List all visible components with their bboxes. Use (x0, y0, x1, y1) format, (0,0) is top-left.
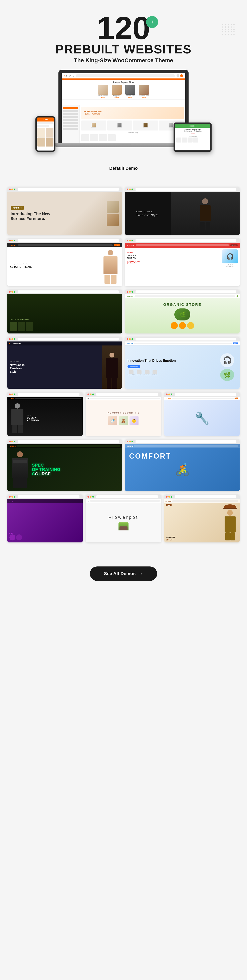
screen-training: XSTORE (7, 444, 122, 491)
screen-organic: ORGANIC 🌿 ORGANIC STORE 🌿 (125, 294, 240, 334)
furniture-tag: furniture (11, 206, 24, 210)
hero-device-mockup: XSTORE Today's Popular Picks (33, 70, 214, 160)
screen-main-content: Introducing The NewSurface Furniture. (80, 105, 185, 143)
demo-grid-row1: furniture Introducing The NewSurface Fur… (3, 187, 244, 235)
decorative-dots (222, 24, 235, 35)
innovation-title: Innovation That Drives Emotion (127, 359, 215, 363)
browser-chrome-newborn (86, 392, 161, 397)
screen-newborn: Lab Newborn Essentials 🍼 🧸 👶 (86, 397, 161, 436)
screen-cbd: CBD OIL & CBD Cosmetics (7, 294, 122, 334)
demo-grid-row2: CBD OIL & CBD Cosmetics ORGANIC (3, 290, 244, 334)
screen-innovation: XSTORE Shop Innovation That Drives Emoti… (125, 342, 240, 389)
browser-chrome-xstore-elec (125, 238, 240, 243)
screen-comfort: XSTORE 🚴 COMFORT (125, 444, 240, 491)
demo-card-xstore-theme[interactable]: XSTORE BEST — a sophisticated recipe sho… (7, 238, 122, 286)
demo-card-academy[interactable]: XSTORE (7, 392, 83, 436)
demo-row-marseille: MARSEILLE FASHION New Looks,TimelessStyl… (3, 334, 244, 389)
demo-card-cbd[interactable]: CBD OIL & CBD Cosmetics (7, 290, 122, 334)
browser-chrome-training (7, 439, 122, 444)
furniture-title: Introducing The NewSurface Furniture. (11, 212, 50, 221)
screen-marseille-dark: MARSEILLE FASHION New Looks,TimelessStyl… (7, 342, 122, 389)
see-all-demos-button[interactable]: See All Demos → (90, 566, 157, 581)
demo-row-training: XSTORE (3, 436, 244, 491)
browser-chrome-tools (164, 392, 240, 397)
cta-section: See All Demos → (0, 554, 247, 597)
browser-chrome-academy (7, 392, 83, 397)
demo-card-comfort[interactable]: XSTORE 🚴 COMFORT (125, 439, 240, 491)
browser-chrome-innovation (125, 337, 240, 342)
browser-chrome-flowerpot (86, 495, 161, 499)
screen-sidebar (62, 105, 80, 143)
comfort-title: COMFORT (129, 452, 171, 460)
tablet-mockup: LEDEMO Customize Hanging LightContempora… (174, 123, 212, 152)
screen-academy: XSTORE (7, 397, 83, 436)
browser-chrome-organic (125, 290, 240, 294)
demo-card-woman[interactable]: XSTORE (164, 495, 240, 542)
screen-xstore-logo: XSTORE (64, 75, 74, 77)
demo-card-innovation[interactable]: XSTORE Shop Innovation That Drives Emoti… (125, 337, 240, 389)
demo-card-fashion[interactable]: New Looks,Timeless Style. (125, 187, 240, 235)
browser-chrome-sport (7, 495, 83, 499)
screen-xstore-main: XSTORE BEST — a sophisticated recipe sho… (7, 243, 122, 286)
phone-mockup: XSTORE (35, 116, 56, 152)
demo-card-tools[interactable]: XSTORE 🛒 🔧 (164, 392, 240, 436)
cta-arrow-icon: → (138, 571, 143, 576)
woman-discount-label: 25+ OFF (166, 539, 175, 541)
browser-chrome-cbd (7, 290, 122, 294)
browser-chrome-fashion (125, 187, 240, 192)
screen-xstore-electronics: XSTORE 🛒 Cart EXCITING DEALS &FLURBS $ 1… (125, 243, 240, 286)
browser-chrome-xstore (7, 238, 122, 243)
screen-fashion-marseille: New Looks,Timeless Style. (125, 192, 240, 235)
demo-card-sport[interactable]: SPORT PORT (7, 495, 83, 542)
demo-grid-row1b: XSTORE BEST — a sophisticated recipe sho… (3, 238, 244, 286)
laptop-mockup: XSTORE Today's Popular Picks (56, 70, 191, 147)
demo-card-newborn[interactable]: Lab Newborn Essentials 🍼 🧸 👶 (86, 392, 161, 436)
browser-chrome-woman (164, 495, 240, 499)
woman-label: WOMAN (166, 536, 175, 539)
browser-chrome-comfort (125, 439, 240, 444)
default-demo-label: Default Demo (4, 166, 243, 171)
demo-row-3: XSTORE (3, 389, 244, 436)
demo-card-furniture[interactable]: furniture Introducing The NewSurface Fur… (7, 187, 122, 235)
hero-number: 120 (97, 12, 150, 44)
demo-card-marseille[interactable]: MARSEILLE FASHION New Looks,TimelessStyl… (7, 337, 122, 389)
hero-plus-badge: + (146, 16, 158, 28)
demo-card-training[interactable]: XSTORE (7, 439, 122, 491)
screen-tools: XSTORE 🛒 🔧 (164, 397, 240, 436)
demo-card-xstore-electronics[interactable]: XSTORE 🛒 Cart EXCITING DEALS &FLURBS $ 1… (125, 238, 240, 286)
screen-sport: SPORT PORT (7, 499, 83, 542)
woman-badge: NEW (166, 504, 172, 506)
demo-card-organic[interactable]: ORGANIC 🌿 ORGANIC STORE 🌿 (125, 290, 240, 334)
flowerpot-title: Flowerpot (108, 515, 139, 520)
demo-card-flowerpot[interactable]: Logi Flowerpot (86, 495, 161, 542)
browser-chrome-furniture (7, 187, 122, 192)
today-picks-section: Today's Popular Picks Double Classics $2… (62, 80, 185, 100)
hero-subtitle: The King-Size WooCommerce Theme (4, 57, 243, 64)
demo-row-bottom: SPORT PORT (3, 491, 244, 542)
browser-chrome-marseille (7, 337, 122, 342)
screen-flowerpot: Logi Flowerpot (86, 499, 161, 542)
woman-text-overlay: WOMAN 25+ OFF (166, 536, 175, 541)
cta-button-label: See All Demos (104, 571, 136, 576)
hero-section: 120 + PREBUILT WEBSITES The King-Size Wo… (0, 0, 247, 187)
screen-woman: XSTORE (164, 499, 240, 542)
screen-furniture: furniture Introducing The NewSurface Fur… (7, 192, 122, 235)
